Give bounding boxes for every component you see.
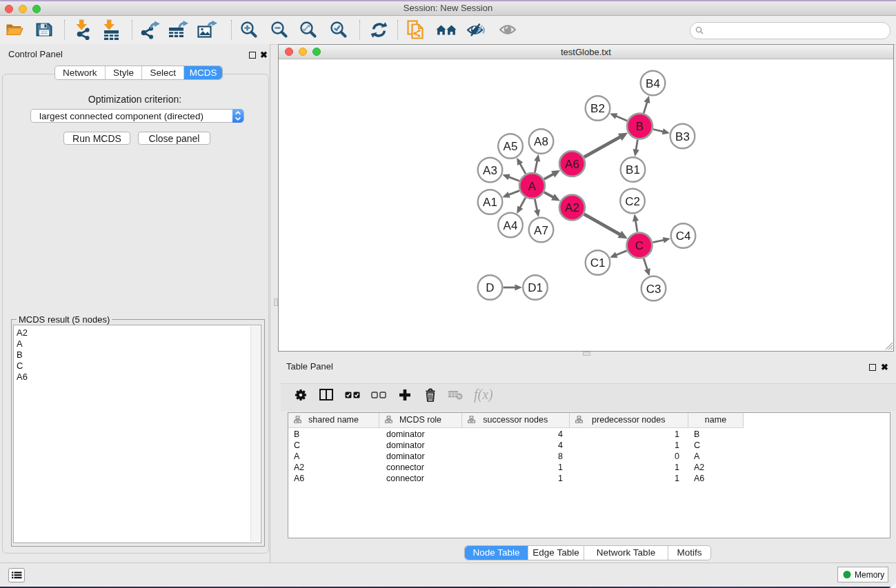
svg-text:A: A [528,180,537,193]
svg-text:A4: A4 [504,219,518,232]
svg-text:C3: C3 [646,283,661,296]
svg-text:D: D [486,281,494,294]
svg-text:B2: B2 [590,102,605,115]
svg-text:B3: B3 [675,130,690,143]
svg-text:Memory: Memory [855,570,884,580]
svg-text:D1: D1 [528,281,543,294]
svg-text:A7: A7 [534,224,548,237]
svg-text:C4: C4 [676,230,691,243]
svg-text:A8: A8 [534,135,548,148]
svg-text:A2: A2 [565,201,579,214]
svg-text:B: B [636,120,644,133]
svg-text:A1: A1 [483,196,497,209]
svg-text:A6: A6 [565,158,579,171]
svg-text:.: . [281,321,283,329]
svg-text:A3: A3 [483,164,497,177]
svg-text:A5: A5 [504,140,518,153]
svg-text:B1: B1 [626,163,640,176]
svg-text:C1: C1 [590,256,606,270]
svg-text:C: C [635,239,644,252]
svg-text:B4: B4 [646,77,660,90]
svg-text:C2: C2 [625,195,640,208]
